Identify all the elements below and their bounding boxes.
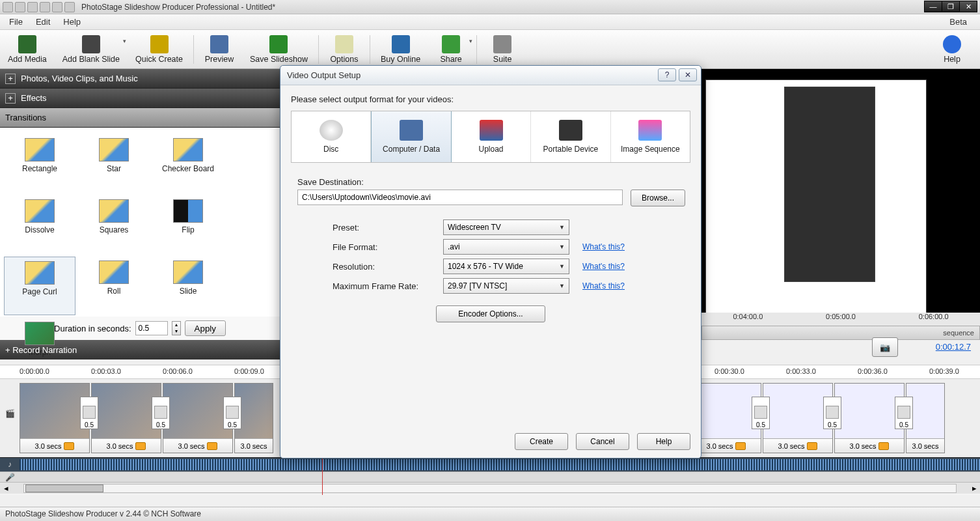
stepper-icon[interactable]: ▴▾ bbox=[172, 321, 181, 335]
buy-online-button[interactable]: Buy Online bbox=[373, 33, 428, 66]
transition-squares[interactable]: Squares bbox=[78, 195, 150, 254]
chevron-down-icon: ▼ bbox=[559, 224, 565, 231]
create-button[interactable]: Create bbox=[515, 433, 568, 450]
transition-star[interactable]: Star bbox=[78, 134, 150, 193]
maximize-button[interactable]: ❐ bbox=[942, 1, 960, 12]
timeline-clip[interactable]: 0.5 3.0 secs bbox=[91, 383, 161, 453]
dialog-instruction: Please select output format for your vid… bbox=[291, 94, 690, 104]
format-disc[interactable]: Disc bbox=[292, 111, 371, 162]
audio-waveform[interactable] bbox=[20, 459, 980, 470]
transition-chip[interactable]: 0.5 bbox=[223, 397, 241, 429]
whats-this-link[interactable]: What's this? bbox=[582, 281, 625, 290]
options-button[interactable]: Options bbox=[321, 33, 367, 66]
accordion-photos[interactable]: +Photos, Video Clips, and Music bbox=[0, 69, 280, 89]
preset-select[interactable]: Widescreen TV▼ bbox=[443, 219, 569, 235]
transition-chip[interactable]: 0.5 bbox=[752, 397, 770, 429]
qat-icon[interactable] bbox=[3, 2, 13, 12]
computer-icon bbox=[400, 120, 423, 141]
browse-button[interactable]: Browse... bbox=[631, 190, 685, 206]
transition-checker[interactable]: Checker Board bbox=[152, 134, 224, 193]
resolution-select[interactable]: 1024 x 576 - TV Wide▼ bbox=[443, 259, 569, 274]
scroll-left-icon[interactable]: ◂ bbox=[0, 483, 12, 493]
qat-icon[interactable] bbox=[40, 2, 50, 12]
menu-file[interactable]: File bbox=[3, 15, 29, 29]
accordion-effects[interactable]: +Effects bbox=[0, 89, 280, 108]
whats-this-link[interactable]: What's this? bbox=[582, 262, 625, 271]
file-format-select[interactable]: .avi▼ bbox=[443, 239, 569, 255]
timeline-clip[interactable]: 0.5 3.0 secs bbox=[20, 383, 90, 453]
quick-create-button[interactable]: Quick Create bbox=[128, 33, 191, 66]
timeline-scrollbar[interactable]: ◂ ▸ bbox=[0, 482, 980, 494]
dialog-help-button[interactable]: Help bbox=[637, 433, 690, 450]
transitions-grid: Rectangle Star Checker Board Dissolve Sq… bbox=[0, 128, 280, 317]
qat-icon[interactable] bbox=[52, 2, 62, 12]
transition-flip[interactable]: Flip bbox=[152, 195, 224, 254]
chevron-down-icon[interactable]: ▾ bbox=[469, 38, 472, 44]
transition-dissolve[interactable]: Dissolve bbox=[4, 195, 75, 254]
dialog-footer: Create Cancel Help bbox=[515, 433, 690, 450]
expand-icon[interactable]: + bbox=[5, 345, 10, 355]
duration-input[interactable] bbox=[135, 321, 168, 335]
menu-help[interactable]: Help bbox=[57, 15, 87, 29]
timeline-clip[interactable]: 0.5 3.0 secs bbox=[834, 383, 905, 453]
clip-badge-icon[interactable] bbox=[807, 442, 817, 450]
cancel-button[interactable]: Cancel bbox=[576, 433, 629, 450]
share-icon bbox=[442, 35, 460, 53]
scroll-right-icon[interactable]: ▸ bbox=[968, 483, 980, 493]
accordion-transitions[interactable]: Transitions bbox=[0, 108, 280, 128]
clip-badge-icon[interactable] bbox=[135, 442, 146, 450]
audio-track[interactable]: ♪ bbox=[0, 457, 980, 472]
narration-track[interactable]: 🎤 bbox=[0, 472, 980, 482]
timeline-clip[interactable]: 0.5 3.0 secs bbox=[163, 383, 233, 453]
expand-icon[interactable]: + bbox=[5, 74, 16, 84]
close-button[interactable]: ✕ bbox=[959, 1, 977, 12]
snapshot-button[interactable]: 📷 bbox=[872, 337, 898, 357]
format-portable[interactable]: Portable Device bbox=[531, 111, 610, 162]
help-button[interactable]: Help bbox=[929, 33, 975, 66]
dialog-help-button[interactable]: ? bbox=[658, 68, 676, 81]
preview-button[interactable]: Preview bbox=[197, 33, 242, 66]
menu-edit[interactable]: Edit bbox=[29, 15, 57, 29]
save-destination-input[interactable] bbox=[297, 190, 623, 205]
share-button[interactable]: Share▾ bbox=[428, 33, 474, 66]
transition-roll[interactable]: Roll bbox=[78, 257, 150, 315]
format-computer[interactable]: Computer / Data bbox=[371, 111, 451, 162]
transition-chip[interactable]: 0.5 bbox=[152, 397, 170, 429]
ruler-tick: 0:00:09.0 bbox=[234, 367, 264, 375]
whats-this-link[interactable]: What's this? bbox=[582, 242, 625, 251]
timeline-clip[interactable]: 0.5 3.0 secs bbox=[691, 383, 761, 453]
qat-icon[interactable] bbox=[27, 2, 38, 12]
minimize-button[interactable]: — bbox=[924, 1, 942, 12]
dialog-close-button[interactable]: ✕ bbox=[679, 68, 697, 81]
transition-chip[interactable]: 0.5 bbox=[823, 397, 841, 429]
encoder-options-button[interactable]: Encoder Options... bbox=[436, 305, 545, 322]
transition-chip[interactable]: 0.5 bbox=[80, 397, 98, 429]
statusbar: PhotoStage Slideshow Producer v 2.44 © N… bbox=[0, 507, 980, 521]
qat-icon[interactable] bbox=[64, 2, 75, 12]
transition-rectangle[interactable]: Rectangle bbox=[4, 134, 75, 193]
scrollbar-thumb[interactable] bbox=[25, 485, 103, 492]
clip-badge-icon[interactable] bbox=[207, 442, 217, 450]
clip-badge-icon[interactable] bbox=[64, 442, 74, 450]
suite-button[interactable]: Suite bbox=[480, 33, 525, 66]
clip-badge-icon[interactable] bbox=[735, 442, 746, 450]
apply-button[interactable]: Apply bbox=[185, 320, 226, 336]
framerate-select[interactable]: 29.97 [TV NTSC]▼ bbox=[443, 278, 569, 294]
window-controls: — ❐ ✕ bbox=[925, 1, 977, 12]
add-media-button[interactable]: Add Media bbox=[0, 33, 55, 66]
expand-icon[interactable]: + bbox=[5, 93, 16, 104]
transition-chip[interactable]: 0.5 bbox=[895, 397, 913, 429]
dialog-titlebar[interactable]: Video Output Setup ? ✕ bbox=[280, 66, 701, 85]
format-upload[interactable]: Upload bbox=[452, 111, 531, 162]
qat-icon[interactable] bbox=[15, 2, 25, 12]
timeline-clip[interactable]: 0.5 3.0 secs bbox=[763, 383, 833, 453]
chevron-down-icon[interactable]: ▾ bbox=[123, 38, 126, 44]
separator bbox=[370, 35, 370, 64]
add-blank-slide-button[interactable]: Add Blank Slide▾ bbox=[55, 33, 128, 66]
total-time-link[interactable]: 0:00:12.7 bbox=[936, 342, 971, 352]
transition-pagecurl[interactable]: Page Curl bbox=[4, 257, 75, 315]
save-slideshow-button[interactable]: Save Slideshow bbox=[242, 33, 316, 66]
transition-slide[interactable]: Slide bbox=[152, 257, 224, 315]
clip-badge-icon[interactable] bbox=[878, 442, 889, 450]
format-image-sequence[interactable]: Image Sequence bbox=[611, 111, 690, 162]
